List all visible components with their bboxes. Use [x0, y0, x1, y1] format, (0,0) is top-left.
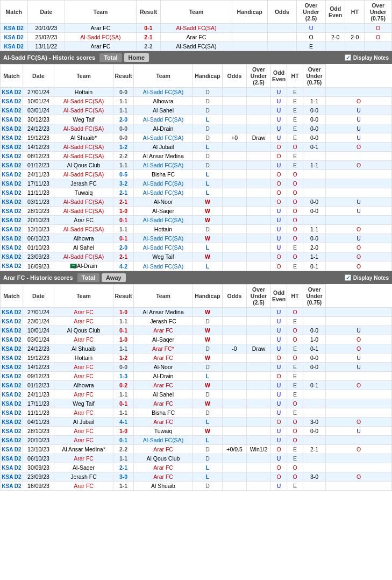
alsadd-team1-3: Weg Taif	[54, 115, 113, 124]
arar-row-1: KSA D2 23/01/24 Arar FC 1-1 Jerash FC D …	[1, 317, 392, 326]
col-result-header: Result	[136, 1, 161, 24]
arar-handicap-2	[223, 326, 247, 335]
col-over075-header: Over Under (0.75)	[365, 1, 392, 24]
alsadd-tab-total[interactable]: Total	[99, 53, 122, 62]
arar-team1-14: Arar FC	[54, 436, 113, 445]
arar-oddeven-7: E	[287, 372, 303, 381]
alsadd-handicap-13	[223, 207, 247, 216]
arar-status-19: D	[193, 482, 223, 491]
arar-handicap-9	[223, 390, 247, 399]
arar-handicap-0	[223, 308, 247, 317]
alsadd-status-4: D	[193, 124, 223, 133]
top-handicap-2	[232, 42, 267, 51]
arar-ht-13: 0-0	[303, 427, 326, 436]
arar-over-16: U	[271, 454, 287, 463]
top-result-0: 0-1	[136, 24, 161, 33]
arar-handicap-17	[223, 463, 247, 472]
top-date-1: 25/02/23	[27, 33, 65, 42]
arar-oddeven-2: O	[287, 326, 303, 335]
alsadd-ht-3: 0-0	[303, 115, 326, 124]
alsadd-team2-7: Al Ansar Medina	[134, 152, 193, 161]
arar-match-11: KSA D2	[1, 408, 23, 418]
alsadd-date-4: 24/12/23	[23, 124, 54, 133]
arar-tab-away[interactable]: Away	[102, 273, 126, 282]
alsadd-result-4: 0-0	[113, 124, 134, 133]
alsadd-match-6: KSA D2	[1, 143, 23, 152]
arar-over075-15: O	[326, 445, 392, 454]
alsadd-date-2: 03/01/24	[23, 106, 54, 115]
arar-handicap-4: -0	[223, 344, 247, 353]
arar-display-notes[interactable]: Display Notes	[345, 274, 389, 281]
alsadd-team1-12: Al-Sadd FC(SA)	[54, 197, 113, 207]
alsadd-over-2: U	[271, 106, 287, 115]
alsadd-match-5: KSA D2	[1, 133, 23, 143]
alsadd-oddeven-4: E	[287, 124, 303, 133]
arar-over-13: U	[271, 427, 287, 436]
arar-handicap-18	[223, 472, 247, 482]
arar-team2-18: Arar FC	[134, 472, 193, 482]
arar-ht-8: 0-1	[303, 381, 326, 390]
alsadd-team1-15: Al-Sadd FC(SA)	[54, 225, 113, 234]
arar-ht-10	[303, 399, 326, 408]
alsadd-tab-home[interactable]: Home	[124, 53, 149, 62]
arar-result-9: 1-1	[113, 390, 134, 399]
arar-oddeven-13: O	[287, 427, 303, 436]
alsadd-team1-4: Al-Sadd FC(SA)	[54, 124, 113, 133]
arar-col-handicap: Handicap	[193, 285, 223, 308]
arar-result-10: 0-1	[113, 399, 134, 408]
arar-match-13: KSA D2	[1, 427, 23, 436]
arar-oddeven-3: O	[287, 335, 303, 344]
arar-match-4: KSA D2	[1, 344, 23, 353]
alsadd-odds-1	[247, 97, 271, 106]
arar-team1-0: Arar FC	[54, 308, 113, 317]
alsadd-match-8: KSA D2	[1, 161, 23, 170]
arar-ht-0	[303, 308, 326, 317]
arar-over075-14	[326, 436, 392, 445]
alsadd-date-19: 16/09/23	[23, 261, 54, 271]
alsadd-over075-9	[326, 170, 392, 179]
alsadd-handicap-18	[223, 252, 247, 261]
arar-date-5: 19/12/23	[23, 353, 54, 363]
alsadd-ht-1: 1-1	[303, 97, 326, 106]
arar-match-2: KSA D2	[1, 326, 23, 335]
alsadd-team1-16: Alhowra	[54, 234, 113, 243]
alsadd-oddeven-5: E	[287, 133, 303, 143]
alsadd-date-0: 27/01/24	[23, 88, 54, 97]
top-result-2: 2-2	[136, 42, 161, 51]
alsadd-row-3: KSA D2 30/12/23 Weg Taif 2-0 Al-Sadd FC(…	[1, 115, 392, 124]
alsadd-display-notes[interactable]: Display Notes	[345, 54, 389, 61]
alsadd-team2-2: Al Sahel	[134, 106, 193, 115]
alsadd-ht-12: 0-0	[303, 197, 326, 207]
alsadd-odds-5: Draw	[247, 133, 271, 143]
arar-match-15: KSA D2	[1, 445, 23, 454]
arar-team2-2: Arar FC	[134, 326, 193, 335]
arar-over075-18: O	[326, 472, 392, 482]
arar-team2-16: Al Qous Club	[134, 454, 193, 463]
alsadd-team2-16: Al-Sadd FC(SA)	[134, 234, 193, 243]
alsadd-team2-4: Al-Drain	[134, 124, 193, 133]
alsadd-oddeven-6: O	[287, 143, 303, 152]
alsadd-ht-0	[303, 88, 326, 97]
alsadd-over075-0	[326, 88, 392, 97]
arar-row-19: KSA D2 16/09/23 Arar FC 1-1 Al Shuaib D …	[1, 482, 392, 491]
arar-date-2: 10/01/24	[23, 326, 54, 335]
alsadd-tabs[interactable]: Total Home	[99, 53, 149, 62]
col-date-header: Date	[27, 1, 65, 24]
top-section: Match Date Team Result Team Handicap Odd…	[0, 0, 392, 51]
alsadd-match-16: KSA D2	[1, 234, 23, 243]
arar-tabs[interactable]: Total Away	[77, 273, 126, 282]
arar-team1-16: Arar FC	[54, 454, 113, 463]
alsadd-oddeven-15: O	[287, 225, 303, 234]
arar-display-notes-checkbox[interactable]	[345, 274, 351, 281]
arar-tab-total[interactable]: Total	[77, 273, 99, 282]
col-odds-header: Odds	[267, 1, 296, 24]
alsadd-match-19: KSA D2	[1, 261, 23, 271]
alsadd-over075-2: U	[326, 106, 392, 115]
arar-row-15: KSA D2 13/10/23 Al Ansar Medina* 2-2 Ara…	[1, 445, 392, 454]
alsadd-display-notes-checkbox[interactable]	[345, 54, 351, 61]
alsadd-over-14: U	[271, 216, 287, 225]
arar-team1-15: Al Ansar Medina*	[54, 445, 113, 454]
arar-ht-6: 0-0	[303, 363, 326, 372]
alsadd-team1-6: Al-Sadd FC(SA)	[54, 143, 113, 152]
alsadd-result-11: 2-1	[113, 188, 134, 197]
